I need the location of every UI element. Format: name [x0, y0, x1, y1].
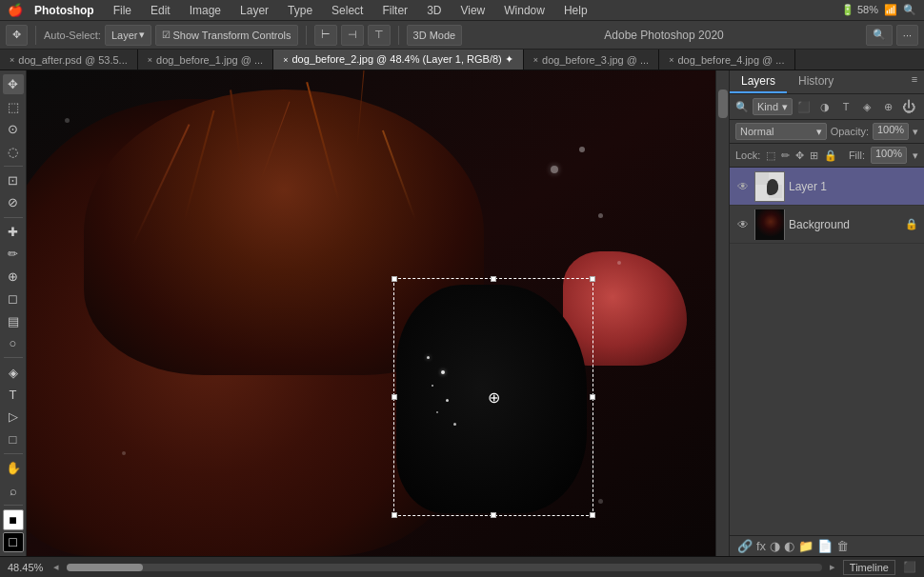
tool-sep-2 — [4, 217, 23, 218]
foreground-color-swatch[interactable]: ■ — [3, 509, 24, 530]
layer-dropdown[interactable]: Layer ▾ — [105, 25, 152, 46]
layer-item-background[interactable]: 👁 Background 🔒 — [730, 206, 924, 244]
filter-shape-btn[interactable]: ◈ — [857, 98, 876, 115]
selection-tool[interactable]: ⬚ — [3, 96, 24, 116]
3d-mode-btn[interactable]: 3D Mode — [407, 25, 463, 46]
background-visibility[interactable]: 👁 — [735, 217, 751, 232]
menu-view[interactable]: View — [456, 2, 489, 19]
menu-3d[interactable]: 3D — [423, 2, 445, 19]
move-tool-btn[interactable]: ✥ — [6, 25, 28, 46]
adjustment-layer-btn[interactable]: ◐ — [784, 539, 794, 553]
quick-select-tool[interactable]: ◌ — [3, 141, 24, 161]
layer-1-visibility[interactable]: 👁 — [735, 179, 751, 194]
shape-tool[interactable]: □ — [3, 429, 24, 449]
layer-item-1[interactable]: 👁 Layer 1 — [730, 168, 924, 206]
new-group-btn[interactable]: 📁 — [798, 539, 814, 553]
horizontal-scrollbar[interactable] — [67, 564, 822, 571]
add-mask-btn[interactable]: ◑ — [770, 539, 780, 553]
scroll-left-btn[interactable]: ◂ — [53, 561, 59, 573]
layer-1-thumbnail — [754, 171, 785, 202]
gradient-tool[interactable]: ▤ — [3, 310, 24, 330]
background-thumb-svg — [755, 209, 784, 240]
new-layer-btn[interactable]: 📄 — [817, 539, 833, 553]
opacity-value[interactable]: 100% — [873, 123, 909, 140]
lock-transparent-btn[interactable]: ⬚ — [766, 149, 775, 162]
tab-dog-before-1[interactable]: × dog_before_1.jpg @ ... — [138, 50, 273, 70]
text-tool[interactable]: T — [3, 385, 24, 405]
wifi-icon: 📶 — [884, 4, 897, 16]
tab-history[interactable]: History — [787, 70, 845, 93]
lock-row: Lock: ⬚ ✏ ✥ ⊞ 🔒 Fill: 100% ▾ — [730, 144, 924, 168]
filter-adjustment-btn[interactable]: ◑ — [815, 98, 834, 115]
timeline-panel-btn[interactable]: Timeline — [843, 560, 895, 575]
search-btn[interactable]: 🔍 — [866, 25, 893, 46]
brush-tool[interactable]: ✏ — [3, 244, 24, 264]
lock-position-btn[interactable]: ✥ — [795, 149, 804, 162]
menu-filter[interactable]: Filter — [378, 2, 412, 19]
filter-type-btn[interactable]: T — [836, 98, 855, 115]
kind-dropdown[interactable]: Kind ▾ — [753, 98, 793, 115]
background-thumbnail — [754, 209, 785, 240]
background-color-swatch[interactable]: □ — [3, 532, 24, 553]
menu-layer[interactable]: Layer — [236, 2, 272, 19]
hand-tool[interactable]: ✋ — [3, 458, 24, 478]
delete-layer-btn[interactable]: 🗑 — [836, 539, 849, 553]
dark-blob — [396, 285, 587, 513]
dodge-tool[interactable]: ○ — [3, 333, 24, 353]
filter-toggle-btn[interactable]: ⏻ — [899, 98, 918, 115]
layer-effects-btn[interactable]: fx — [756, 539, 766, 553]
filter-smartobj-btn[interactable]: ⊕ — [878, 98, 897, 115]
scroll-thumb-v[interactable] — [718, 90, 728, 118]
eraser-tool[interactable]: ◻ — [3, 288, 24, 308]
tab-dog-before-4[interactable]: × dog_before_4.jpg @ ... — [659, 50, 794, 70]
panel-menu-btn[interactable]: ≡ — [905, 70, 924, 88]
link-layers-btn[interactable]: 🔗 — [737, 539, 753, 553]
fill-label: Fill: — [849, 149, 865, 161]
fill-value[interactable]: 100% — [871, 147, 907, 164]
move-tool[interactable]: ✥ — [3, 74, 24, 94]
lock-label: Lock: — [735, 149, 760, 161]
scroll-thumb-h[interactable] — [67, 564, 143, 571]
layers-panel-footer: 🔗 fx ◑ ◐ 📁 📄 🗑 — [730, 535, 924, 556]
tab-dog-before-2[interactable]: × dog_before_2.jpg @ 48.4% (Layer 1, RGB… — [273, 50, 524, 70]
menu-select[interactable]: Select — [328, 2, 367, 19]
more-options-btn[interactable]: ··· — [896, 25, 918, 46]
pen-tool[interactable]: ◈ — [3, 362, 24, 382]
healing-tool[interactable]: ✚ — [3, 222, 24, 242]
auto-select-label: Auto-Select: — [44, 30, 101, 41]
align-left-btn[interactable]: ⊢ — [314, 25, 337, 46]
menu-window[interactable]: Window — [500, 2, 549, 19]
canvas-area[interactable]: ⊕ — [27, 70, 715, 556]
water-drop-6 — [453, 423, 456, 426]
eyedropper-tool[interactable]: ⊘ — [3, 192, 24, 212]
blend-mode-dropdown[interactable]: Normal ▾ — [735, 123, 827, 140]
menubar: 🍎 Photoshop File Edit Image Layer Type S… — [0, 0, 924, 21]
align-right-btn[interactable]: ⊤ — [368, 25, 391, 46]
apple-icon[interactable]: 🍎 — [8, 3, 23, 17]
zoom-tool[interactable]: ⌕ — [3, 481, 24, 501]
menu-edit[interactable]: Edit — [147, 2, 174, 19]
menu-type[interactable]: Type — [284, 2, 316, 19]
vertical-scrollbar[interactable] — [715, 70, 729, 556]
tool-sep-3 — [4, 357, 23, 358]
align-center-btn[interactable]: ⊣ — [341, 25, 364, 46]
path-select-tool[interactable]: ▷ — [3, 407, 24, 427]
lasso-tool[interactable]: ⊙ — [3, 119, 24, 139]
filter-pixel-btn[interactable]: ⬛ — [794, 98, 814, 115]
lock-paint-btn[interactable]: ✏ — [781, 149, 790, 162]
menu-image[interactable]: Image — [186, 2, 225, 19]
svg-rect-2 — [769, 185, 782, 198]
crop-tool[interactable]: ⊡ — [3, 170, 24, 190]
lock-all-btn[interactable]: 🔒 — [824, 149, 837, 162]
tab-layers[interactable]: Layers — [730, 70, 787, 93]
bokeh-7 — [598, 499, 603, 504]
tab-dog-before-3[interactable]: × dog_before_3.jpg @ ... — [524, 50, 659, 70]
clone-tool[interactable]: ⊕ — [3, 267, 24, 287]
panel-resize-btn[interactable]: ⬛ — [903, 561, 916, 573]
lock-artboard-btn[interactable]: ⊞ — [810, 149, 818, 162]
menu-help[interactable]: Help — [560, 2, 592, 19]
tab-dog-after[interactable]: × dog_after.psd @ 53.5... — [0, 50, 138, 70]
show-transform-btn[interactable]: ☑ Show Transform Controls — [155, 25, 297, 46]
menu-file[interactable]: File — [110, 2, 135, 19]
scroll-right-btn[interactable]: ▸ — [830, 561, 835, 573]
